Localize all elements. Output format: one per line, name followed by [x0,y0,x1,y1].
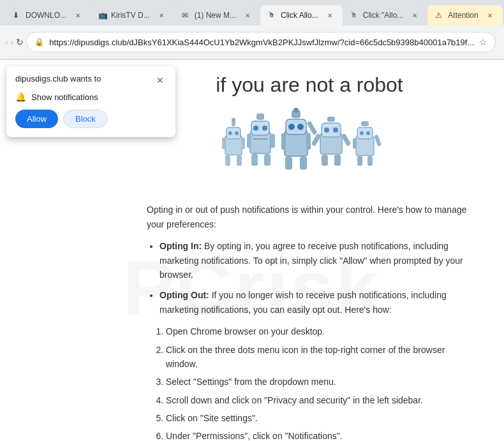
popup-title: dipusdigs.club wants to [15,74,101,83]
svg-rect-15 [247,134,251,148]
separator [0,59,504,59]
bell-icon: 🔔 [15,92,26,102]
bullet-item-opting-out: Opting Out: If you no longer wish to rec… [159,288,472,317]
svg-rect-38 [322,155,328,166]
lock-icon: 🔒 [34,38,44,47]
bullet-item-opting-in: Opting In: By opting in, you agree to re… [159,239,472,282]
tab-new-message[interactable]: ✉ (1) New M... ✕ [174,5,260,25]
block-button[interactable]: Block [63,110,108,128]
toolbar-icons: ⬇ 👤 ⋮ [498,33,504,51]
svg-rect-17 [251,154,258,166]
refresh-button[interactable]: ↻ [16,33,24,51]
svg-point-22 [288,124,295,130]
robot-section: if you are not a robot [147,73,472,184]
robots-illustration [147,107,472,184]
svg-rect-41 [357,127,373,139]
svg-rect-8 [225,155,230,166]
opting-in-bold: Opting In: [159,241,202,251]
steps-list: Open Chrome browser on your desktop. Cli… [166,324,472,441]
tab-close-attention[interactable]: ✕ [485,10,495,20]
address-bar-row: ‹ › ↻ 🔒 https://dipusdigs.club/dJBksY61X… [0,25,504,59]
bullet-list: Opting In: By opting in, you agree to re… [159,239,472,317]
tab-close-new-message[interactable]: ✕ [242,10,253,20]
tab-close-download[interactable]: ✕ [73,10,83,20]
svg-rect-35 [327,117,335,122]
opting-in-text: By opting in, you agree to receive push … [159,241,463,280]
svg-rect-27 [306,133,311,150]
svg-rect-14 [256,113,264,120]
tab-close-click-allo[interactable]: ✕ [410,10,420,20]
step-2: Click on the three dots menu icon in the… [166,343,472,372]
page-content: dipusdigs.club wants to ✕ 🔔 Show notific… [0,60,504,441]
svg-rect-26 [281,133,286,150]
svg-rect-46 [353,138,357,148]
intro-paragraph: Opting in or out of push notifications i… [147,203,472,231]
page-heading: if you are not a robot [147,73,472,97]
download-icon-button[interactable]: ⬇ [498,33,504,51]
tab-title-click-allo: Click "Allo... [363,11,404,20]
svg-rect-36 [311,133,322,147]
tab-title-download: DOWNLO... [26,11,66,20]
tab-favicon-new-message: ✉ [182,11,191,20]
notification-popup: dipusdigs.club wants to ✕ 🔔 Show notific… [6,66,175,137]
tab-title-kiristvd: KirisTV D... [111,11,150,20]
step-4: Scroll down and click on "Privacy and se… [166,393,472,407]
tab-title-click-allow: Click Allo... [281,11,318,20]
svg-rect-37 [341,133,351,147]
svg-rect-9 [237,155,242,166]
step-3: Select "Settings" from the dropdown menu… [166,375,472,389]
svg-point-25 [293,108,299,113]
tab-title-new-message: (1) New M... [195,11,236,20]
svg-rect-16 [271,134,275,148]
tab-close-kiristvd[interactable]: ✕ [156,10,167,20]
popup-close-button[interactable]: ✕ [154,74,167,87]
popup-notification-text: Show notifications [31,92,98,102]
browser-chrome: ⬇ DOWNLO... ✕ 📺 KirisTV D... ✕ ✉ (1) New… [0,0,504,60]
svg-point-23 [297,124,304,130]
text-section: Opting in or out of push notifications i… [147,203,472,441]
svg-rect-18 [264,154,271,166]
tab-click-allo[interactable]: 🖱 Click "Allo... ✕ [343,5,428,25]
tab-bar: ⬇ DOWNLO... ✕ 📺 KirisTV D... ✕ ✉ (1) New… [0,0,504,25]
url-text: https://dipusdigs.club/dJBksY61XKiaS444O… [49,38,474,47]
robots-svg [214,107,405,184]
back-button[interactable]: ‹ [5,33,8,51]
address-bar[interactable]: 🔒 https://dipusdigs.club/dJBksY61XKiaS44… [26,32,496,52]
svg-rect-7 [241,138,245,149]
svg-point-12 [253,126,258,131]
tab-kiristvd[interactable]: 📺 KirisTV D... ✕ [91,5,174,25]
svg-rect-45 [374,134,382,147]
bookmark-star-icon[interactable]: ☆ [479,37,487,47]
svg-point-5 [232,118,235,122]
tab-close-click-allow[interactable]: ✕ [325,10,335,20]
svg-rect-47 [357,156,362,166]
tab-download[interactable]: ⬇ DOWNLO... ✕ [5,5,91,25]
tab-favicon-attention: ⚠ [435,11,444,20]
step-1: Open Chrome browser on your desktop. [166,324,472,338]
step-6: Under "Permissions", click on "Notificat… [166,429,472,441]
popup-buttons: Allow Block [15,110,167,128]
step-5: Click on "Site settings". [166,411,472,425]
svg-rect-48 [367,156,373,166]
tab-favicon-kiristvd: 📺 [98,11,107,20]
allow-button[interactable]: Allow [15,110,58,128]
svg-rect-6 [222,138,226,149]
svg-point-3 [235,131,239,135]
tab-title-attention: Attention [448,11,478,20]
tab-favicon-download: ⬇ [13,11,22,20]
opting-out-bold: Opting Out: [159,290,209,300]
forward-button[interactable]: › [11,33,14,51]
tab-click-allow[interactable]: 🖱 Click Allo... ✕ [260,5,343,25]
tab-favicon-click-allo: 🖱 [350,11,359,20]
popup-header: dipusdigs.club wants to ✕ [15,74,167,87]
popup-notification-row: 🔔 Show notifications [15,92,167,102]
svg-point-2 [228,131,232,135]
svg-rect-29 [285,157,292,170]
svg-point-42 [360,131,364,135]
svg-rect-39 [334,155,341,166]
tab-favicon-click-allow: 🖱 [268,11,277,20]
svg-point-34 [333,127,338,133]
svg-point-43 [366,131,370,135]
tab-attention[interactable]: ⚠ Attention ✕ [427,5,502,25]
svg-rect-44 [361,121,369,126]
